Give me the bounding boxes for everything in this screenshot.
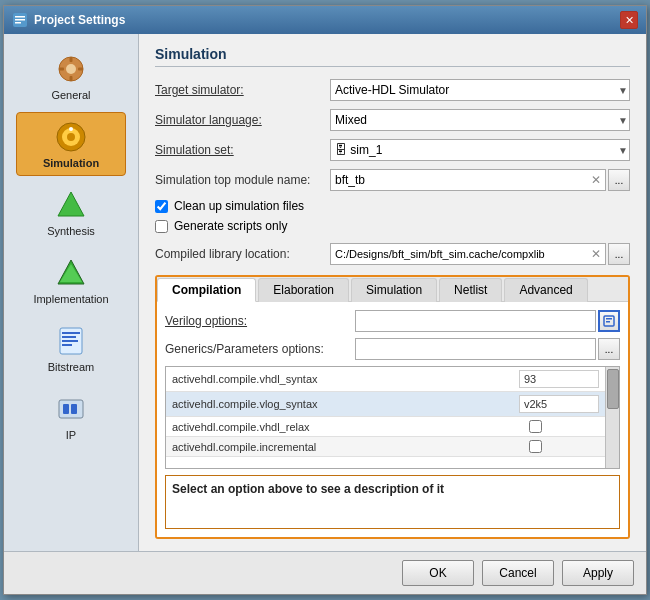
svg-rect-23: [63, 404, 69, 414]
option-checkbox-wrapper: [519, 420, 599, 433]
cancel-button[interactable]: Cancel: [482, 560, 554, 586]
cleanup-label: Clean up simulation files: [174, 199, 304, 213]
svg-rect-2: [15, 19, 25, 21]
option-checkbox[interactable]: [529, 420, 542, 433]
table-row[interactable]: activehdl.compile.incremental: [166, 437, 605, 457]
dialog-footer: OK Cancel Apply: [4, 551, 646, 594]
simulator-language-label: Simulator language:: [155, 113, 330, 127]
sim-top-module-row: Simulation top module name: ✕ ...: [155, 169, 630, 191]
sim-top-module-input[interactable]: [331, 173, 587, 187]
title-bar: Project Settings ✕: [4, 6, 646, 34]
tab-netlist[interactable]: Netlist: [439, 278, 502, 302]
simulation-icon: [53, 119, 89, 155]
project-settings-dialog: Project Settings ✕ General: [3, 5, 647, 595]
target-simulator-label: Target simulator:: [155, 83, 330, 97]
gen-scripts-checkbox[interactable]: [155, 220, 168, 233]
ip-icon: [53, 391, 89, 427]
sidebar-item-general[interactable]: General: [16, 44, 126, 108]
description-box: Select an option above to see a descript…: [165, 475, 620, 529]
verilog-options-btn[interactable]: [598, 310, 620, 332]
svg-rect-3: [15, 22, 21, 24]
compiled-lib-browse-btn[interactable]: ...: [608, 243, 630, 265]
gen-scripts-row: Generate scripts only: [155, 219, 630, 233]
target-simulator-row: Target simulator: Active-HDL Simulator ▼: [155, 79, 630, 101]
ok-button[interactable]: OK: [402, 560, 474, 586]
svg-rect-9: [78, 68, 83, 71]
verilog-options-input[interactable]: [355, 310, 596, 332]
svg-rect-20: [62, 340, 78, 342]
target-simulator-select-wrapper: Active-HDL Simulator ▼: [330, 79, 630, 101]
table-scrollbar[interactable]: [605, 367, 619, 468]
generics-options-label: Generics/Parameters options:: [165, 342, 355, 356]
target-simulator-select[interactable]: Active-HDL Simulator: [330, 79, 630, 101]
dialog-body: General Simulation: [4, 34, 646, 551]
svg-point-12: [67, 133, 75, 141]
verilog-options-label: Verilog options:: [165, 314, 355, 328]
table-row[interactable]: activehdl.compile.vhdl_syntax: [166, 367, 605, 392]
option-value-input[interactable]: [519, 370, 599, 388]
sim-top-module-browse-btn[interactable]: ...: [608, 169, 630, 191]
simulation-set-select-wrapper: 🗄 sim_1 ▼: [330, 139, 630, 161]
generics-options-controls: ...: [355, 338, 620, 360]
implementation-icon: [53, 255, 89, 291]
sidebar-ip-label: IP: [66, 429, 76, 441]
tab-advanced[interactable]: Advanced: [504, 278, 587, 302]
generics-options-input[interactable]: [355, 338, 596, 360]
table-row[interactable]: activehdl.compile.vlog_syntax: [166, 392, 605, 417]
simulation-set-select[interactable]: 🗄 sim_1: [330, 139, 630, 161]
generics-options-row: Generics/Parameters options: ...: [165, 338, 620, 360]
synthesis-icon: [53, 187, 89, 223]
svg-rect-6: [70, 57, 73, 62]
option-key: activehdl.compile.vhdl_relax: [172, 421, 519, 433]
sidebar-item-ip[interactable]: IP: [16, 384, 126, 448]
sim-top-module-input-wrapper: ✕: [330, 169, 606, 191]
sim-top-module-clear-btn[interactable]: ✕: [587, 171, 605, 189]
simulator-language-select[interactable]: Mixed: [330, 109, 630, 131]
svg-marker-16: [60, 264, 82, 282]
compiled-lib-label: Compiled library location:: [155, 247, 330, 261]
svg-rect-21: [62, 344, 72, 346]
title-bar-left: Project Settings: [12, 12, 125, 28]
svg-rect-27: [606, 321, 610, 323]
svg-marker-14: [58, 192, 84, 216]
svg-point-5: [66, 64, 76, 74]
sidebar-item-simulation[interactable]: Simulation: [16, 112, 126, 176]
compiled-lib-row: Compiled library location: ✕ ...: [155, 243, 630, 265]
section-title: Simulation: [155, 46, 630, 67]
compiled-lib-clear-btn[interactable]: ✕: [587, 245, 605, 263]
svg-rect-26: [606, 318, 612, 320]
close-button[interactable]: ✕: [620, 11, 638, 29]
bitstream-icon: [53, 323, 89, 359]
verilog-options-controls: [355, 310, 620, 332]
sim-top-module-label: Simulation top module name:: [155, 173, 330, 187]
compiled-lib-input-wrapper: ✕: [330, 243, 606, 265]
tab-compilation[interactable]: Compilation: [157, 278, 256, 302]
svg-rect-1: [15, 16, 25, 18]
sim-top-module-controls: ✕ ...: [330, 169, 630, 191]
tabs-header: Compilation Elaboration Simulation Netli…: [157, 277, 628, 302]
table-row[interactable]: activehdl.compile.vhdl_relax: [166, 417, 605, 437]
option-checkbox[interactable]: [529, 440, 542, 453]
svg-point-13: [69, 127, 73, 131]
scrollbar-thumb: [607, 369, 619, 409]
cleanup-checkbox[interactable]: [155, 200, 168, 213]
compiled-lib-input[interactable]: [331, 248, 587, 260]
options-table-scroll[interactable]: activehdl.compile.vhdl_syntax activehdl.…: [166, 367, 605, 468]
tab-elaboration[interactable]: Elaboration: [258, 278, 349, 302]
apply-button[interactable]: Apply: [562, 560, 634, 586]
compiled-lib-controls: ✕ ...: [330, 243, 630, 265]
sidebar-item-implementation[interactable]: Implementation: [16, 248, 126, 312]
options-table: activehdl.compile.vhdl_syntax activehdl.…: [165, 366, 620, 469]
sidebar-implementation-label: Implementation: [33, 293, 108, 305]
tab-simulation[interactable]: Simulation: [351, 278, 437, 302]
sidebar-general-label: General: [51, 89, 90, 101]
generics-options-btn[interactable]: ...: [598, 338, 620, 360]
cleanup-row: Clean up simulation files: [155, 199, 630, 213]
option-value-input[interactable]: [519, 395, 599, 413]
svg-rect-7: [70, 76, 73, 81]
sidebar-item-synthesis[interactable]: Synthesis: [16, 180, 126, 244]
option-key: activehdl.compile.incremental: [172, 441, 519, 453]
svg-rect-24: [71, 404, 77, 414]
dialog-icon: [12, 12, 28, 28]
sidebar-item-bitstream[interactable]: Bitstream: [16, 316, 126, 380]
